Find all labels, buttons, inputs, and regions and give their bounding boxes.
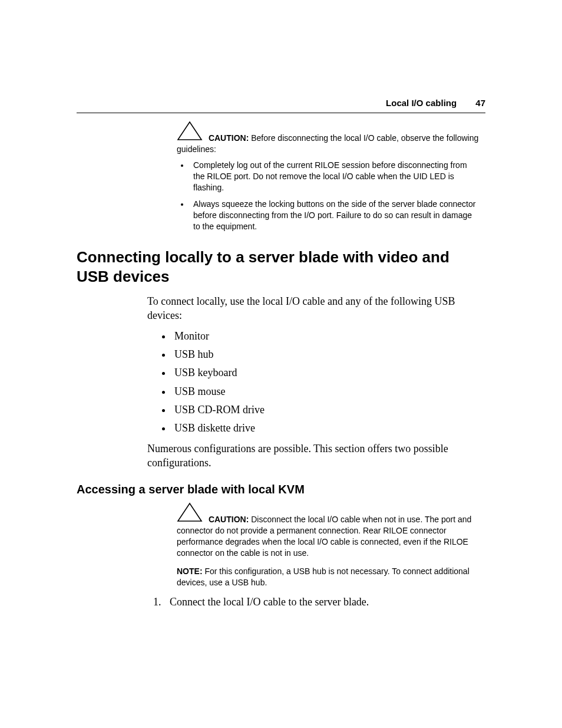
- page-header: Local I/O cabling 47: [77, 97, 485, 113]
- intro-paragraph: To connect locally, use the local I/O ca…: [147, 294, 485, 323]
- header-title: Local I/O cabling: [386, 98, 457, 108]
- page: Local I/O cabling 47 CAUTION: Before dis…: [0, 0, 562, 728]
- device-list-item: USB keyboard: [172, 365, 485, 380]
- header-page-number: 47: [475, 98, 485, 108]
- device-list-item: USB mouse: [172, 384, 485, 398]
- page-content: CAUTION: Before disconnecting the local …: [77, 97, 485, 610]
- note-text: For this configuration, a USB hub is not…: [177, 566, 470, 587]
- body-section: To connect locally, use the local I/O ca…: [147, 294, 485, 470]
- svg-marker-1: [178, 503, 201, 521]
- heading-2: Accessing a server blade with local KVM: [77, 482, 485, 498]
- device-list: Monitor USB hub USB keyboard USB mouse U…: [147, 329, 485, 436]
- svg-marker-0: [178, 122, 201, 140]
- caution-block-2: CAUTION: Disconnect the local I/O cable …: [177, 502, 480, 559]
- caution-label: CAUTION:: [209, 133, 249, 143]
- caution-triangle-icon: [177, 121, 203, 144]
- caution-bullet-item: Always squeeze the locking buttons on th…: [190, 199, 480, 232]
- caution-bullet-item: Completely log out of the current RILOE …: [190, 160, 480, 193]
- caution-block-1: CAUTION: Before disconnecting the local …: [177, 121, 480, 232]
- caution-label: CAUTION:: [209, 515, 249, 524]
- device-list-item: USB hub: [172, 347, 485, 361]
- step-item: Connect the local I/O cable to the serve…: [164, 595, 485, 609]
- steps-section: Connect the local I/O cable to the serve…: [147, 595, 485, 609]
- caution-triangle-icon: [177, 502, 203, 525]
- ordered-steps: Connect the local I/O cable to the serve…: [147, 595, 485, 609]
- device-list-item: USB diskette drive: [172, 421, 485, 435]
- caution-bullet-list: Completely log out of the current RILOE …: [177, 160, 480, 232]
- device-list-item: Monitor: [172, 329, 485, 343]
- device-list-item: USB CD-ROM drive: [172, 403, 485, 417]
- note-block: NOTE: For this configuration, a USB hub …: [177, 566, 480, 588]
- note-label: NOTE:: [177, 566, 203, 576]
- heading-1: Connecting locally to a server blade wit…: [77, 248, 485, 286]
- intro-paragraph-2: Numerous configurations are possible. Th…: [147, 442, 485, 470]
